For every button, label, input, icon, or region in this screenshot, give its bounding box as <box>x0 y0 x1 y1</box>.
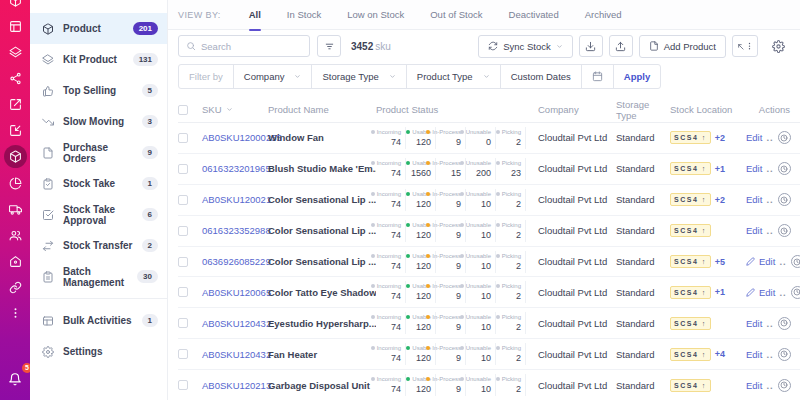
stock-location-badge[interactable]: SCS4 ↑ <box>670 224 711 237</box>
warehouse-home-icon[interactable] <box>2 248 28 274</box>
stock-location-badge[interactable]: SCS4 ↑ <box>670 286 711 299</box>
search-field[interactable] <box>201 41 302 52</box>
history-clock-icon[interactable] <box>778 317 791 330</box>
expand-more-button[interactable] <box>732 35 758 57</box>
header-sku[interactable]: SKU <box>202 104 268 115</box>
more-actions-dots[interactable]: .. <box>766 225 773 236</box>
pencil-edit-icon[interactable] <box>746 257 755 266</box>
logo-cube-icon[interactable] <box>2 0 28 13</box>
sidebar-item-purchase-orders[interactable]: Purchase Orders9 <box>30 137 167 168</box>
sku-link[interactable]: 0616323201965 <box>202 163 268 174</box>
edit-link[interactable]: Edit <box>746 132 762 143</box>
row-checkbox[interactable] <box>178 318 188 328</box>
row-checkbox[interactable] <box>178 349 188 359</box>
stock-location-extra[interactable]: +4 <box>715 349 725 359</box>
pencil-edit-icon[interactable] <box>746 288 755 297</box>
history-clock-icon[interactable] <box>778 379 791 392</box>
edit-link[interactable]: Edit <box>746 194 762 205</box>
more-actions-dots[interactable]: .. <box>766 349 773 360</box>
edit-link[interactable]: Edit <box>759 256 775 267</box>
edit-link[interactable]: Edit <box>746 380 762 391</box>
tab-deactivated[interactable]: Deactivated <box>509 0 559 30</box>
sku-link[interactable]: AB0SKU120065 <box>202 287 268 298</box>
history-clock-icon[interactable] <box>778 162 791 175</box>
filter-lines-button[interactable] <box>317 35 341 57</box>
history-clock-icon[interactable] <box>778 224 791 237</box>
more-options-icon[interactable] <box>2 300 28 326</box>
more-actions-dots[interactable]: .. <box>766 194 773 205</box>
stock-location-badge[interactable]: SCS4 ↑ <box>670 317 711 330</box>
row-checkbox[interactable] <box>178 164 188 174</box>
filter-company-dropdown[interactable]: Company <box>234 65 313 88</box>
more-actions-dots[interactable]: .. <box>766 163 773 174</box>
select-all-checkbox[interactable] <box>178 105 188 115</box>
download-button[interactable] <box>579 35 603 57</box>
row-checkbox[interactable] <box>178 257 188 267</box>
sku-link[interactable]: AB0SKU120432 <box>202 349 268 360</box>
stock-location-badge[interactable]: SCS4 ↑ <box>670 193 711 206</box>
stock-location-extra[interactable]: +5 <box>715 257 725 267</box>
filter-product-type-dropdown[interactable]: Product Type <box>407 65 501 88</box>
apply-filters-button[interactable]: Apply <box>614 65 660 88</box>
analytics-pie-icon[interactable] <box>2 170 28 196</box>
sku-link[interactable]: 0616323352988 <box>202 225 268 236</box>
row-checkbox[interactable] <box>178 195 188 205</box>
stock-location-badge[interactable]: SCS4 ↑ <box>670 348 711 361</box>
edit-link[interactable]: Edit <box>746 163 762 174</box>
tab-archived[interactable]: Archived <box>585 0 622 30</box>
more-actions-dots[interactable]: .. <box>779 256 786 267</box>
row-checkbox[interactable] <box>178 133 188 143</box>
history-clock-icon[interactable] <box>791 286 800 299</box>
row-checkbox[interactable] <box>178 226 188 236</box>
shipping-truck-icon[interactable] <box>2 196 28 222</box>
products-cube-icon[interactable] <box>4 145 27 168</box>
tab-low-on-stock[interactable]: Low on Stock <box>347 0 404 30</box>
inbound-import-icon[interactable] <box>2 117 28 143</box>
more-actions-dots[interactable]: .. <box>766 380 773 391</box>
stock-location-badge[interactable]: SCS4 ↑ <box>670 379 711 392</box>
more-actions-dots[interactable]: .. <box>779 287 786 298</box>
edit-link[interactable]: Edit <box>746 318 762 329</box>
sku-link[interactable]: AB0SKU120021 <box>202 194 268 205</box>
stock-location-extra[interactable]: +1 <box>715 287 725 297</box>
sidebar-item-slow-moving[interactable]: Slow Moving3 <box>30 106 167 137</box>
calendar-button[interactable] <box>582 65 614 88</box>
filter-storage-type-dropdown[interactable]: Storage Type <box>312 65 406 88</box>
stock-location-badge[interactable]: SCS4 ↑ <box>670 255 711 268</box>
outbound-export-icon[interactable] <box>2 91 28 117</box>
more-actions-dots[interactable]: .. <box>766 318 773 329</box>
channels-share-icon[interactable] <box>2 65 28 91</box>
sidebar-item-bulk-activities[interactable]: Bulk Activities1 <box>30 305 167 336</box>
sku-link[interactable]: 0636926085229 <box>202 256 268 267</box>
stock-location-badge[interactable]: SCS4 ↑ <box>670 131 711 144</box>
stock-location-extra[interactable]: +2 <box>715 195 725 205</box>
sidebar-item-settings[interactable]: Settings <box>30 336 167 367</box>
upload-button[interactable] <box>609 35 633 57</box>
sidebar-item-stock-transfer[interactable]: Stock Transfer2 <box>30 230 167 261</box>
edit-link[interactable]: Edit <box>746 349 762 360</box>
customers-users-icon[interactable] <box>2 222 28 248</box>
custom-dates-field[interactable]: Custom Dates <box>501 65 582 88</box>
sidebar-item-top-selling[interactable]: Top Selling5 <box>30 75 167 106</box>
row-checkbox[interactable] <box>178 380 188 390</box>
dashboard-icon[interactable] <box>2 13 28 39</box>
sku-link[interactable]: AB0SKU120432 <box>202 318 268 329</box>
edit-link[interactable]: Edit <box>759 287 775 298</box>
integrations-link-icon[interactable] <box>2 274 28 300</box>
sync-stock-button[interactable]: Sync Stock <box>478 35 573 58</box>
history-clock-icon[interactable] <box>791 255 800 268</box>
more-actions-dots[interactable]: .. <box>766 132 773 143</box>
sidebar-item-kit-product[interactable]: Kit Product131 <box>30 44 167 75</box>
table-settings-button[interactable] <box>768 35 788 57</box>
add-product-button[interactable]: Add Product <box>639 35 726 58</box>
sidebar-item-stock-take-approval[interactable]: Stock Take Approval6 <box>30 199 167 230</box>
tab-out-of-stock[interactable]: Out of Stock <box>430 0 482 30</box>
notifications-bell-icon[interactable]: 5 <box>2 366 28 392</box>
sidebar-item-stock-take[interactable]: Stock Take1 <box>30 168 167 199</box>
history-clock-icon[interactable] <box>778 348 791 361</box>
sidebar-item-batch-management[interactable]: Batch Management30 <box>30 261 167 292</box>
row-checkbox[interactable] <box>178 287 188 297</box>
search-input[interactable] <box>178 35 310 57</box>
stock-location-badge[interactable]: SCS4 ↑ <box>670 162 711 175</box>
stock-location-extra[interactable]: +1 <box>715 164 725 174</box>
